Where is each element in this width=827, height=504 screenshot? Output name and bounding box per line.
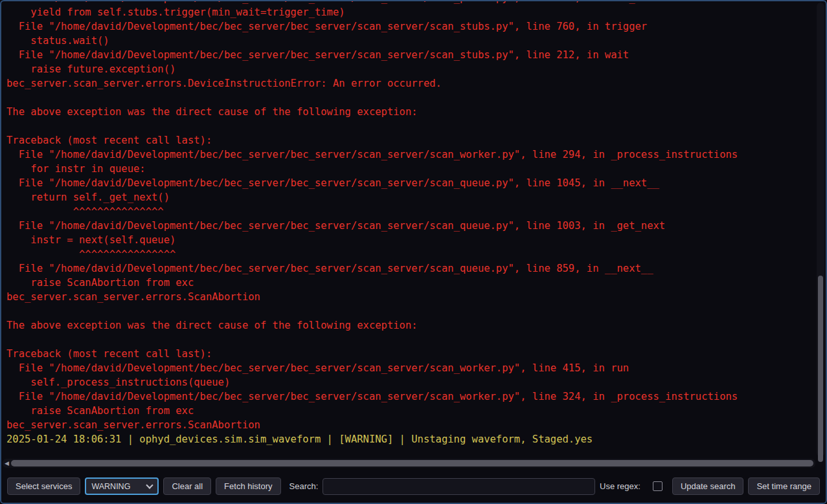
log-line: yield from self.stubs.trigger(min_wait=t… [6, 5, 814, 19]
toolbar: Select services WARNING Clear all Fetch … [1, 470, 826, 503]
select-services-button[interactable]: Select services [7, 477, 80, 495]
log-line: status.wait() [6, 34, 814, 48]
scroll-left-arrow-icon[interactable]: ◀ [3, 459, 10, 468]
log-level-value: WARNING [91, 482, 130, 491]
search-input[interactable] [323, 478, 595, 495]
update-search-button[interactable]: Update search [672, 477, 744, 495]
log-line: File "/home/david/Development/bec/bec_se… [6, 19, 814, 34]
log-line: ^^^^^^^^^^^^^^^^ [6, 247, 814, 261]
horizontal-scrollbar-thumb[interactable] [11, 460, 813, 466]
log-viewer-window: File "/home/david/Development/bec/bec_se… [0, 0, 827, 504]
log-line: File "/home/david/Development/bec/bec_se… [6, 219, 814, 233]
clear-all-button[interactable]: Clear all [163, 477, 211, 495]
log-line: self._process_instructions(queue) [6, 375, 814, 389]
chevron-down-icon [146, 481, 153, 488]
use-regex-label: Use regex: [600, 481, 640, 491]
vertical-scrollbar-thumb[interactable] [818, 276, 823, 462]
log-line: bec_server.scan_server.errors.DeviceInst… [6, 76, 814, 91]
log-line: The above exception was the direct cause… [6, 318, 814, 333]
log-line: File "/home/david/Development/bec/bec_se… [6, 176, 814, 190]
log-line: File "/home/david/Development/bec/bec_se… [6, 261, 814, 276]
log-line: File "/home/david/Development/bec/bec_se… [6, 389, 814, 404]
log-line: Traceback (most recent call last): [6, 133, 814, 148]
log-line: return self._get_next() [6, 190, 814, 204]
log-area: File "/home/david/Development/bec/bec_se… [1, 1, 826, 470]
log-line [6, 304, 814, 318]
horizontal-scrollbar[interactable]: ◀ [3, 459, 815, 468]
log-line: The above exception was the direct cause… [6, 105, 814, 119]
log-line: 2025-01-24 18:06:31 | ophyd_devices.sim.… [6, 432, 814, 446]
log-line [6, 91, 814, 105]
log-line: raise ScanAbortion from exc [6, 404, 814, 418]
log-level-select[interactable]: WARNING [85, 477, 159, 495]
log-line: bec_server.scan_server.errors.ScanAborti… [6, 418, 814, 432]
log-line: instr = next(self.queue) [6, 233, 814, 247]
log-line: File "/home/david/Development/bec/bec_se… [6, 48, 814, 62]
log-line [6, 119, 814, 133]
log-line: Traceback (most recent call last): [6, 347, 814, 361]
log-line: ^^^^^^^^^^^^^^^ [6, 204, 814, 219]
use-regex-checkbox[interactable] [653, 481, 663, 491]
log-line: File "/home/david/Development/bec/bec_se… [6, 148, 814, 162]
log-content: File "/home/david/Development/bec/bec_se… [6, 1, 814, 446]
vertical-scrollbar[interactable] [817, 3, 824, 457]
fetch-history-button[interactable]: Fetch history [216, 477, 280, 495]
search-label: Search: [289, 481, 319, 491]
log-line: File "/home/david/Development/bec/bec_se… [6, 361, 814, 375]
log-line [6, 333, 814, 347]
log-line: raise future.exception() [6, 62, 814, 76]
log-line: raise ScanAbortion from exc [6, 276, 814, 290]
log-line: for instr in queue: [6, 162, 814, 176]
log-line: bec_server.scan_server.errors.ScanAborti… [6, 290, 814, 304]
set-time-range-button[interactable]: Set time range [748, 477, 820, 495]
